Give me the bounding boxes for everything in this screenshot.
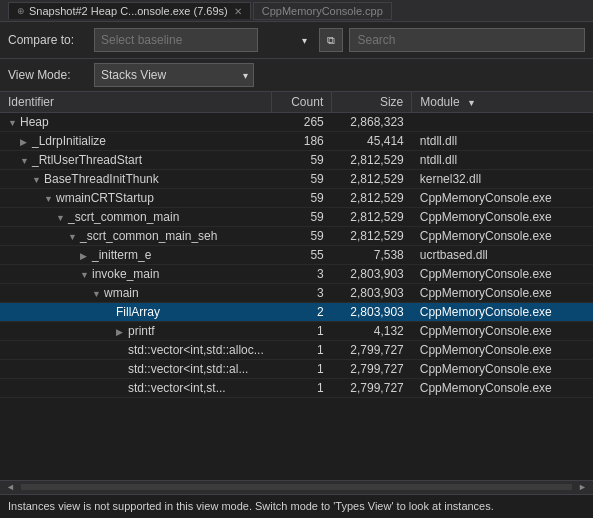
cell-count: 1 [272,360,332,379]
col-header-count[interactable]: Count [272,92,332,113]
table-body: ▼Heap2652,868,323▶_LdrpInitialize18645,4… [0,113,593,398]
cell-size: 2,799,727 [332,379,412,398]
cell-identifier-text: wmainCRTStartup [56,191,154,205]
cell-identifier-text: _scrt_common_main [68,210,179,224]
cell-module: CppMemoryConsole.exe [412,303,593,322]
cell-count: 59 [272,208,332,227]
cell-module: CppMemoryConsole.exe [412,227,593,246]
table-row[interactable]: ▼BaseThreadInitThunk592,812,529kernel32.… [0,170,593,189]
hscroll-bar[interactable]: ◄ ► [0,480,593,494]
cell-count: 265 [272,113,332,132]
cell-identifier: ▼BaseThreadInitThunk [0,170,272,189]
expand-icon[interactable]: ▶ [80,251,90,261]
cell-size: 7,538 [332,246,412,265]
compare-label: Compare to: [8,33,88,47]
cell-identifier: ▶_LdrpInitialize [0,132,272,151]
cell-module: ucrtbased.dll [412,246,593,265]
cell-module: CppMemoryConsole.exe [412,284,593,303]
cell-size: 45,414 [332,132,412,151]
cell-identifier-text: std::vector<int,std::al... [128,362,248,376]
cell-identifier-text: FillArray [116,305,160,319]
cell-identifier: std::vector<int,std::al... [0,360,272,379]
cell-identifier: ▶printf [0,322,272,341]
cell-size: 2,812,529 [332,151,412,170]
cell-size: 2,803,903 [332,265,412,284]
filter-button[interactable]: ⧉ [319,28,343,52]
hscroll-right-btn[interactable]: ► [576,482,589,492]
table-row[interactable]: ▶_initterm_e557,538ucrtbased.dll [0,246,593,265]
cell-identifier: ▼_scrt_common_main_seh [0,227,272,246]
table-row[interactable]: ▼Heap2652,868,323 [0,113,593,132]
cell-module: CppMemoryConsole.exe [412,341,593,360]
snapshot-tab-label: Snapshot#2 Heap C...onsole.exe (7.69s) [29,5,228,17]
hscroll-track[interactable] [21,484,572,490]
cell-count: 59 [272,151,332,170]
title-bar: ⊕ Snapshot#2 Heap C...onsole.exe (7.69s)… [0,0,593,22]
cell-size: 2,799,727 [332,341,412,360]
cell-identifier: ▶_initterm_e [0,246,272,265]
expand-icon[interactable]: ▶ [20,137,30,147]
viewmode-select[interactable]: Stacks View Types View Instances View [94,63,254,87]
hscroll-left-btn[interactable]: ◄ [4,482,17,492]
cell-count: 55 [272,246,332,265]
table-row[interactable]: std::vector<int,std::al...12,799,727CppM… [0,360,593,379]
table-row[interactable]: std::vector<int,std::alloc...12,799,727C… [0,341,593,360]
cell-module: ntdll.dll [412,132,593,151]
cpp-file-tab[interactable]: CppMemoryConsole.cpp [253,2,392,20]
table-row[interactable]: ▼invoke_main32,803,903CppMemoryConsole.e… [0,265,593,284]
cell-identifier: ▼invoke_main [0,265,272,284]
cell-module: CppMemoryConsole.exe [412,208,593,227]
cell-size: 4,132 [332,322,412,341]
table-row[interactable]: ▼wmain32,803,903CppMemoryConsole.exe [0,284,593,303]
snapshot-tab[interactable]: ⊕ Snapshot#2 Heap C...onsole.exe (7.69s)… [8,2,251,19]
cell-size: 2,812,529 [332,170,412,189]
tab-pin-icon: ⊕ [17,6,25,16]
expand-icon[interactable]: ▼ [20,156,30,166]
tab-close-icon[interactable]: ✕ [234,6,242,17]
compare-toolbar: Compare to: ▾ ⧉ [0,22,593,59]
table-row[interactable]: FillArray22,803,903CppMemoryConsole.exe [0,303,593,322]
cell-count: 59 [272,170,332,189]
cell-identifier-text: wmain [104,286,139,300]
expand-icon[interactable]: ▶ [116,327,126,337]
expand-icon[interactable]: ▼ [8,118,18,128]
cell-count: 1 [272,322,332,341]
expand-icon[interactable]: ▼ [56,213,66,223]
search-input[interactable] [349,28,586,52]
cell-identifier-text: printf [128,324,155,338]
table-row[interactable]: ▶printf14,132CppMemoryConsole.exe [0,322,593,341]
expand-icon[interactable]: ▼ [80,270,90,280]
viewmode-toolbar: View Mode: Stacks View Types View Instan… [0,59,593,92]
cell-module: CppMemoryConsole.exe [412,265,593,284]
expand-icon[interactable]: ▼ [68,232,78,242]
col-header-module[interactable]: Module ▼ [412,92,593,113]
cell-identifier-text: BaseThreadInitThunk [44,172,159,186]
cell-identifier-text: _RtlUserThreadStart [32,153,142,167]
table-row[interactable]: ▼_scrt_common_main_seh592,812,529CppMemo… [0,227,593,246]
cell-module: CppMemoryConsole.exe [412,322,593,341]
table-scroll[interactable]: Identifier Count Size Module ▼ [0,92,593,398]
expand-icon[interactable]: ▼ [44,194,54,204]
table-row[interactable]: ▼wmainCRTStartup592,812,529CppMemoryCons… [0,189,593,208]
table-row[interactable]: ▼_scrt_common_main592,812,529CppMemoryCo… [0,208,593,227]
cell-count: 2 [272,303,332,322]
cell-identifier: std::vector<int,std::alloc... [0,341,272,360]
baseline-select[interactable] [94,28,258,52]
cell-count: 3 [272,284,332,303]
expand-icon[interactable]: ▼ [92,289,102,299]
table-row[interactable]: ▼_RtlUserThreadStart592,812,529ntdll.dll [0,151,593,170]
col-header-identifier[interactable]: Identifier [0,92,272,113]
memory-table: Identifier Count Size Module ▼ [0,92,593,398]
expand-icon[interactable]: ▼ [32,175,42,185]
table-header-row: Identifier Count Size Module ▼ [0,92,593,113]
module-sort-icon: ▼ [467,98,476,108]
cell-size: 2,812,529 [332,208,412,227]
col-header-size[interactable]: Size [332,92,412,113]
cell-identifier-text: _scrt_common_main_seh [80,229,217,243]
cell-module: CppMemoryConsole.exe [412,189,593,208]
table-container: Identifier Count Size Module ▼ [0,92,593,480]
cell-size: 2,799,727 [332,360,412,379]
table-row[interactable]: ▶_LdrpInitialize18645,414ntdll.dll [0,132,593,151]
cell-module: CppMemoryConsole.exe [412,379,593,398]
table-row[interactable]: std::vector<int,st...12,799,727CppMemory… [0,379,593,398]
